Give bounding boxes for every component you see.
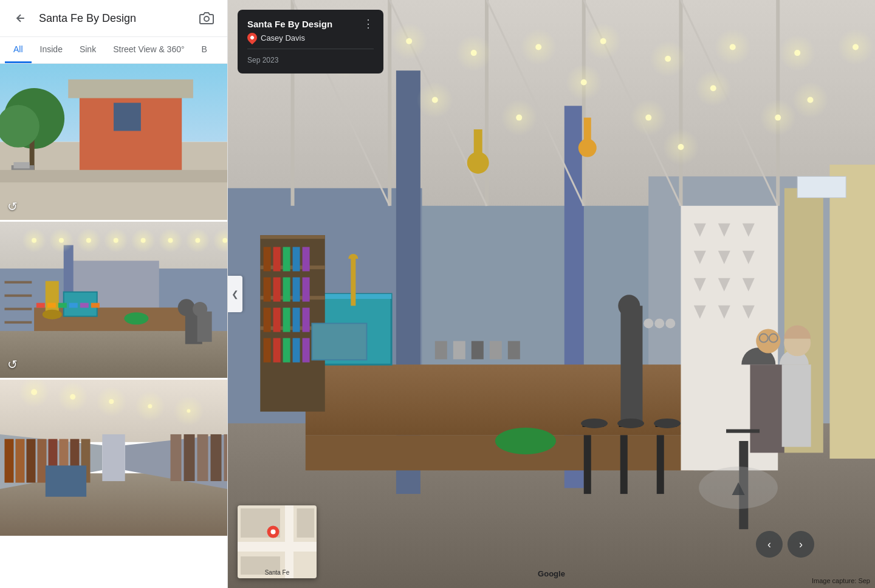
street-view-canvas[interactable] — [228, 0, 875, 588]
nav-prev-button[interactable]: ‹ — [756, 531, 783, 558]
popup-header: Santa Fe By Design ⋮ — [247, 18, 374, 29]
nav-arrows: ‹ › — [756, 531, 814, 558]
tab-sink[interactable]: Sink — [71, 37, 105, 63]
popup-date: Sep 2023 — [247, 56, 278, 64]
left-header: Santa Fe By Design — [0, 0, 227, 37]
photo-exterior-image — [0, 64, 227, 220]
svg-point-0 — [204, 16, 209, 21]
tab-street-view[interactable]: Street View & 360° — [105, 37, 193, 63]
info-popup: Santa Fe By Design ⋮ Casey Davis Sep 202… — [238, 10, 383, 74]
back-button[interactable] — [10, 7, 32, 29]
left-panel: Santa Fe By Design All Inside Sink Stree… — [0, 0, 228, 588]
navigation-circle[interactable]: ▲ — [699, 467, 778, 509]
google-watermark: Google — [538, 569, 565, 578]
popup-divider — [247, 49, 374, 49]
popup-more-button[interactable]: ⋮ — [363, 18, 374, 29]
collapse-panel-button[interactable]: ❮ — [228, 276, 242, 312]
popup-author-row: Casey Davis — [247, 33, 374, 43]
photo-interior-2-image — [0, 380, 227, 536]
mini-map-canvas — [238, 505, 317, 578]
tabs-container: All Inside Sink Street View & 360° B — [0, 37, 227, 64]
photo-item-interior-1[interactable]: ↺ — [0, 222, 227, 380]
popup-title: Santa Fe By Design — [247, 19, 332, 29]
page-title: Santa Fe By Design — [39, 12, 188, 25]
photo-interior-1-image — [0, 222, 227, 378]
nav-arrow-up-icon: ▲ — [727, 477, 749, 499]
rotate-360-icon-2: ↺ — [7, 357, 18, 372]
photo-item-interior-2[interactable] — [0, 380, 227, 538]
popup-author: Casey Davis — [261, 33, 305, 43]
image-capture-text: Image capture: Sep — [812, 577, 870, 584]
pin-icon — [245, 31, 259, 45]
photo-grid: ↺ ↺ — [0, 64, 227, 588]
photo-item-exterior[interactable]: ↺ — [0, 64, 227, 222]
nav-next-button[interactable]: › — [787, 531, 814, 558]
rotate-360-icon-1: ↺ — [7, 199, 18, 214]
tab-b[interactable]: B — [193, 37, 216, 63]
tab-inside[interactable]: Inside — [32, 37, 71, 63]
camera-button[interactable] — [196, 7, 218, 29]
mini-map[interactable]: Santa Fe — [238, 505, 317, 578]
mini-map-label: Santa Fe — [265, 569, 290, 576]
tab-all[interactable]: All — [5, 37, 32, 63]
street-view-panel: ❮ Santa Fe By Design ⋮ Casey Davis Sep 2… — [228, 0, 875, 588]
chevron-left-icon: ❮ — [232, 289, 239, 299]
